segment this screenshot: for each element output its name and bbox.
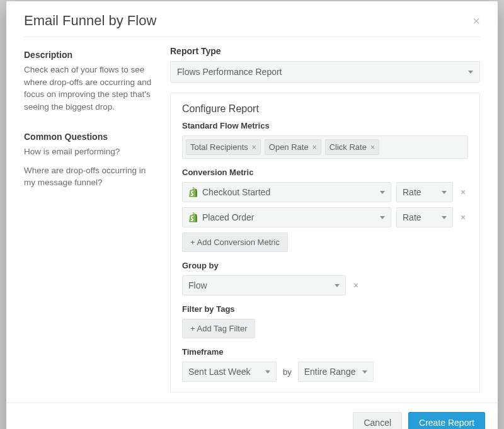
configure-report-panel: Configure Report Standard Flow Metrics T… [170, 93, 480, 392]
cancel-button[interactable]: Cancel [353, 412, 402, 429]
chevron-down-icon [335, 284, 340, 287]
timeframe-range-select[interactable]: Entire Range [298, 362, 374, 382]
conversion-metric-select[interactable]: Checkout Started [182, 182, 391, 202]
question-item: How is email performing? [24, 146, 158, 158]
chevron-down-icon [442, 216, 447, 219]
shopify-icon [188, 187, 197, 197]
aggregation-select[interactable]: Rate [396, 182, 453, 202]
chevron-down-icon [468, 71, 473, 74]
group-by-label: Group by [182, 261, 468, 270]
left-column: Description Check each of your flows to … [24, 46, 170, 392]
conversion-metric-row: Checkout Started Rate × [182, 182, 468, 202]
chip-remove-icon[interactable]: × [370, 143, 375, 152]
chevron-down-icon [362, 370, 367, 374]
remove-row-icon[interactable]: × [458, 187, 468, 197]
chevron-down-icon [265, 370, 270, 374]
timeframe-by-label: by [283, 367, 292, 377]
report-modal: Email Funnel by Flow × Description Check… [6, 1, 498, 429]
common-questions-heading: Common Questions [24, 132, 158, 142]
close-icon[interactable]: × [472, 14, 480, 27]
remove-row-icon[interactable]: × [458, 212, 468, 222]
conversion-metric-select[interactable]: Placed Order [182, 207, 391, 227]
remove-group-by-icon[interactable]: × [351, 280, 361, 290]
timeframe-label: Timeframe [182, 347, 468, 357]
question-item: Where are drop-offs occurring in my mess… [24, 164, 158, 189]
metric-chip[interactable]: Open Rate × [265, 139, 321, 155]
timeframe-select[interactable]: Sent Last Week [182, 362, 277, 382]
aggregation-select[interactable]: Rate [396, 207, 453, 227]
description-heading: Description [24, 50, 158, 60]
add-conversion-metric-button[interactable]: + Add Conversion Metric [182, 232, 288, 252]
chevron-down-icon [380, 216, 385, 219]
chip-remove-icon[interactable]: × [312, 143, 317, 152]
right-column: Report Type Flows Performance Report Con… [170, 46, 480, 392]
metric-chip[interactable]: Total Recipients × [186, 139, 261, 155]
metric-chip[interactable]: Click Rate × [325, 139, 379, 155]
add-tag-filter-button[interactable]: + Add Tag Filter [182, 319, 255, 338]
configure-report-title: Configure Report [182, 103, 468, 115]
report-type-label: Report Type [170, 46, 480, 56]
modal-footer: Cancel Create Report [6, 403, 498, 429]
conversion-metric-name: Placed Order [202, 212, 254, 222]
filter-by-tags-label: Filter by Tags [182, 304, 468, 314]
shopify-icon [188, 212, 197, 222]
create-report-button[interactable]: Create Report [408, 412, 485, 429]
group-by-select[interactable]: Flow [182, 275, 346, 295]
report-type-value: Flows Performance Report [177, 67, 282, 77]
description-text: Check each of your flows to see where dr… [24, 64, 158, 113]
chevron-down-icon [442, 191, 447, 194]
standard-flow-metrics-label: Standard Flow Metrics [182, 121, 468, 130]
conversion-metric-row: Placed Order Rate × [182, 207, 468, 227]
conversion-metric-label: Conversion Metric [182, 168, 468, 177]
chip-remove-icon[interactable]: × [252, 143, 256, 152]
conversion-metric-name: Checkout Started [202, 187, 270, 197]
report-type-select[interactable]: Flows Performance Report [170, 61, 480, 83]
modal-title: Email Funnel by Flow [24, 13, 472, 29]
divider [24, 37, 480, 37]
chevron-down-icon [380, 191, 385, 194]
standard-metrics-input[interactable]: Total Recipients × Open Rate × Click Rat… [182, 135, 468, 159]
